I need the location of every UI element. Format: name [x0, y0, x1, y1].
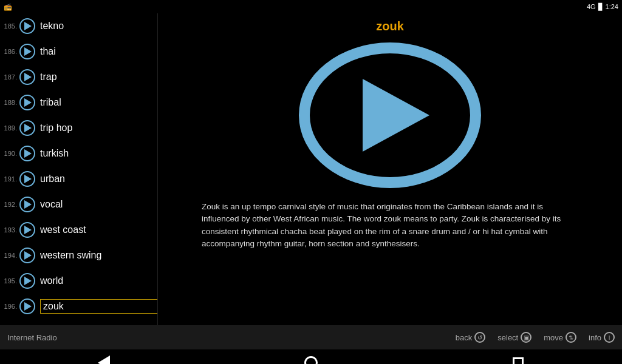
play-triangle [363, 79, 429, 152]
play-button[interactable] [19, 18, 35, 34]
status-bar: 📻 4G ▊ 1:24 [0, 0, 622, 13]
nav-back-icon [98, 356, 110, 364]
move-icon: ⇅ [566, 332, 576, 343]
item-number: 191. [2, 175, 19, 183]
item-number: 193. [2, 226, 19, 234]
list-item[interactable]: 188.tribal [0, 90, 157, 115]
genre-name: vocal [40, 199, 63, 210]
play-button[interactable] [19, 248, 35, 263]
play-button[interactable] [19, 69, 35, 85]
play-circle [299, 42, 481, 188]
bottom-bar: Internet Radio back ↺ select ▣ move ⇅ in… [0, 325, 622, 349]
item-number: 196. [2, 303, 19, 310]
list-item[interactable]: 192.vocal [0, 192, 157, 217]
item-number: 195. [2, 277, 19, 285]
nav-recents-icon [513, 357, 524, 364]
genre-name: trap [40, 72, 57, 83]
item-number: 188. [2, 99, 19, 106]
genre-name: tekno [40, 21, 64, 32]
signal-icon: 4G [587, 3, 596, 10]
move-button[interactable]: move ⇅ [544, 332, 576, 343]
nav-back-button[interactable] [93, 352, 115, 364]
back-icon: ↺ [474, 332, 485, 343]
info-icon: i [604, 332, 615, 343]
play-button[interactable] [19, 171, 35, 187]
genre-name: tribal [40, 97, 61, 108]
list-item[interactable]: 189.trip hop [0, 115, 157, 141]
play-button[interactable] [19, 95, 35, 110]
status-left: 📻 [4, 3, 12, 11]
item-number: 187. [2, 73, 19, 81]
list-item[interactable]: 187.trap [0, 64, 157, 90]
play-button[interactable] [19, 44, 35, 59]
back-button[interactable]: back ↺ [456, 332, 485, 343]
nav-home-icon [304, 356, 318, 364]
right-panel: zouk Zouk is an up tempo carnival style … [158, 13, 622, 325]
list-item[interactable]: 196. [0, 294, 157, 319]
large-play-button[interactable] [293, 39, 487, 191]
list-item[interactable]: 193.west coast [0, 217, 157, 243]
play-button[interactable] [19, 120, 35, 136]
genre-name: urban [40, 174, 65, 184]
genre-name: thai [40, 46, 56, 57]
info-button[interactable]: info i [589, 332, 615, 343]
list-item[interactable]: 191.urban [0, 166, 157, 192]
app-name: Internet Radio [7, 333, 57, 342]
battery-icon: ▊ [598, 3, 603, 11]
list-item[interactable]: 194.western swing [0, 243, 157, 268]
genre-name: turkish [40, 148, 69, 159]
item-number: 194. [2, 252, 19, 259]
select-icon: ▣ [521, 332, 531, 343]
genre-name: western swing [40, 250, 101, 261]
play-button[interactable] [19, 146, 35, 161]
info-label: info [589, 333, 601, 342]
main-content: 185.tekno186.thai187.trap188.tribal189.t… [0, 13, 622, 325]
play-button[interactable] [19, 197, 35, 212]
select-label: select [497, 333, 518, 342]
genre-name: world [40, 275, 63, 286]
status-right: 4G ▊ 1:24 [587, 3, 618, 11]
back-label: back [456, 333, 472, 342]
item-number: 190. [2, 150, 19, 157]
move-label: move [544, 333, 563, 342]
list-item[interactable]: 185.tekno [0, 13, 157, 39]
item-number: 192. [2, 201, 19, 208]
time-display: 1:24 [606, 3, 618, 10]
list-item[interactable]: 186.thai [0, 39, 157, 64]
item-number: 185. [2, 22, 19, 30]
item-number: 189. [2, 124, 19, 132]
play-button[interactable] [19, 298, 35, 314]
genre-list[interactable]: 185.tekno186.thai187.trap188.tribal189.t… [0, 13, 158, 325]
app-icon: 📻 [4, 3, 12, 11]
play-button[interactable] [19, 222, 35, 238]
genre-title: zouk [376, 19, 404, 33]
genre-name: trip hop [40, 123, 72, 133]
nav-recents-button[interactable] [507, 352, 529, 364]
genre-name-input[interactable] [40, 299, 158, 314]
genre-name: west coast [40, 224, 86, 235]
nav-bar [0, 349, 622, 364]
item-number: 186. [2, 48, 19, 55]
list-item[interactable]: 195.world [0, 268, 157, 294]
nav-home-button[interactable] [300, 352, 322, 364]
bottom-buttons: back ↺ select ▣ move ⇅ info i [456, 332, 615, 343]
list-item[interactable]: 190.turkish [0, 141, 157, 166]
genre-description: Zouk is an up tempo carnival style of mu… [196, 201, 584, 250]
select-button[interactable]: select ▣ [497, 332, 531, 343]
play-button[interactable] [19, 273, 35, 289]
